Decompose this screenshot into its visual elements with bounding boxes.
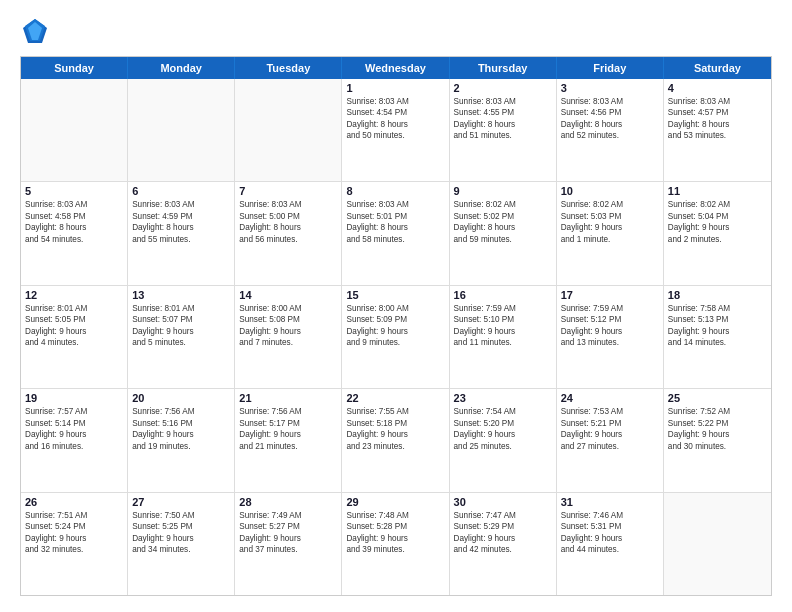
day-number: 6	[132, 185, 230, 197]
day-number: 24	[561, 392, 659, 404]
calendar-cell: 8Sunrise: 8:03 AM Sunset: 5:01 PM Daylig…	[342, 182, 449, 284]
day-number: 13	[132, 289, 230, 301]
day-info: Sunrise: 7:49 AM Sunset: 5:27 PM Dayligh…	[239, 510, 337, 556]
calendar-header-row: SundayMondayTuesdayWednesdayThursdayFrid…	[21, 57, 771, 79]
calendar-cell: 29Sunrise: 7:48 AM Sunset: 5:28 PM Dayli…	[342, 493, 449, 595]
calendar-cell: 22Sunrise: 7:55 AM Sunset: 5:18 PM Dayli…	[342, 389, 449, 491]
day-info: Sunrise: 8:00 AM Sunset: 5:09 PM Dayligh…	[346, 303, 444, 349]
day-info: Sunrise: 7:57 AM Sunset: 5:14 PM Dayligh…	[25, 406, 123, 452]
calendar-cell	[235, 79, 342, 181]
day-info: Sunrise: 7:59 AM Sunset: 5:10 PM Dayligh…	[454, 303, 552, 349]
day-number: 5	[25, 185, 123, 197]
calendar-week-1: 1Sunrise: 8:03 AM Sunset: 4:54 PM Daylig…	[21, 79, 771, 182]
day-info: Sunrise: 7:55 AM Sunset: 5:18 PM Dayligh…	[346, 406, 444, 452]
calendar-cell: 3Sunrise: 8:03 AM Sunset: 4:56 PM Daylig…	[557, 79, 664, 181]
day-number: 15	[346, 289, 444, 301]
day-number: 17	[561, 289, 659, 301]
day-number: 23	[454, 392, 552, 404]
day-number: 12	[25, 289, 123, 301]
day-number: 10	[561, 185, 659, 197]
day-info: Sunrise: 7:59 AM Sunset: 5:12 PM Dayligh…	[561, 303, 659, 349]
day-number: 11	[668, 185, 767, 197]
calendar-body: 1Sunrise: 8:03 AM Sunset: 4:54 PM Daylig…	[21, 79, 771, 595]
calendar-cell: 24Sunrise: 7:53 AM Sunset: 5:21 PM Dayli…	[557, 389, 664, 491]
calendar-cell: 11Sunrise: 8:02 AM Sunset: 5:04 PM Dayli…	[664, 182, 771, 284]
calendar-cell: 2Sunrise: 8:03 AM Sunset: 4:55 PM Daylig…	[450, 79, 557, 181]
calendar-header-sunday: Sunday	[21, 57, 128, 79]
day-number: 18	[668, 289, 767, 301]
calendar-cell: 23Sunrise: 7:54 AM Sunset: 5:20 PM Dayli…	[450, 389, 557, 491]
day-info: Sunrise: 8:03 AM Sunset: 4:59 PM Dayligh…	[132, 199, 230, 245]
day-info: Sunrise: 7:50 AM Sunset: 5:25 PM Dayligh…	[132, 510, 230, 556]
day-number: 25	[668, 392, 767, 404]
calendar-cell: 1Sunrise: 8:03 AM Sunset: 4:54 PM Daylig…	[342, 79, 449, 181]
calendar-cell: 7Sunrise: 8:03 AM Sunset: 5:00 PM Daylig…	[235, 182, 342, 284]
calendar-week-5: 26Sunrise: 7:51 AM Sunset: 5:24 PM Dayli…	[21, 493, 771, 595]
day-number: 2	[454, 82, 552, 94]
calendar-cell: 16Sunrise: 7:59 AM Sunset: 5:10 PM Dayli…	[450, 286, 557, 388]
calendar-cell: 4Sunrise: 8:03 AM Sunset: 4:57 PM Daylig…	[664, 79, 771, 181]
day-number: 3	[561, 82, 659, 94]
calendar-cell: 19Sunrise: 7:57 AM Sunset: 5:14 PM Dayli…	[21, 389, 128, 491]
calendar-cell: 31Sunrise: 7:46 AM Sunset: 5:31 PM Dayli…	[557, 493, 664, 595]
calendar-week-4: 19Sunrise: 7:57 AM Sunset: 5:14 PM Dayli…	[21, 389, 771, 492]
day-number: 14	[239, 289, 337, 301]
day-info: Sunrise: 7:51 AM Sunset: 5:24 PM Dayligh…	[25, 510, 123, 556]
header	[20, 16, 772, 46]
day-number: 30	[454, 496, 552, 508]
calendar-cell: 20Sunrise: 7:56 AM Sunset: 5:16 PM Dayli…	[128, 389, 235, 491]
day-info: Sunrise: 7:47 AM Sunset: 5:29 PM Dayligh…	[454, 510, 552, 556]
calendar-cell: 13Sunrise: 8:01 AM Sunset: 5:07 PM Dayli…	[128, 286, 235, 388]
calendar-cell: 17Sunrise: 7:59 AM Sunset: 5:12 PM Dayli…	[557, 286, 664, 388]
day-info: Sunrise: 7:56 AM Sunset: 5:17 PM Dayligh…	[239, 406, 337, 452]
calendar-cell: 15Sunrise: 8:00 AM Sunset: 5:09 PM Dayli…	[342, 286, 449, 388]
calendar-cell: 9Sunrise: 8:02 AM Sunset: 5:02 PM Daylig…	[450, 182, 557, 284]
day-number: 21	[239, 392, 337, 404]
calendar-header-thursday: Thursday	[450, 57, 557, 79]
calendar-header-wednesday: Wednesday	[342, 57, 449, 79]
day-number: 9	[454, 185, 552, 197]
day-info: Sunrise: 7:58 AM Sunset: 5:13 PM Dayligh…	[668, 303, 767, 349]
day-number: 27	[132, 496, 230, 508]
calendar-cell	[128, 79, 235, 181]
calendar-cell: 26Sunrise: 7:51 AM Sunset: 5:24 PM Dayli…	[21, 493, 128, 595]
calendar-cell: 18Sunrise: 7:58 AM Sunset: 5:13 PM Dayli…	[664, 286, 771, 388]
day-info: Sunrise: 8:03 AM Sunset: 4:58 PM Dayligh…	[25, 199, 123, 245]
day-info: Sunrise: 7:46 AM Sunset: 5:31 PM Dayligh…	[561, 510, 659, 556]
calendar-cell: 28Sunrise: 7:49 AM Sunset: 5:27 PM Dayli…	[235, 493, 342, 595]
calendar-week-3: 12Sunrise: 8:01 AM Sunset: 5:05 PM Dayli…	[21, 286, 771, 389]
day-info: Sunrise: 8:02 AM Sunset: 5:02 PM Dayligh…	[454, 199, 552, 245]
calendar-cell: 27Sunrise: 7:50 AM Sunset: 5:25 PM Dayli…	[128, 493, 235, 595]
calendar-cell	[664, 493, 771, 595]
day-info: Sunrise: 8:01 AM Sunset: 5:05 PM Dayligh…	[25, 303, 123, 349]
day-number: 28	[239, 496, 337, 508]
day-info: Sunrise: 7:56 AM Sunset: 5:16 PM Dayligh…	[132, 406, 230, 452]
day-info: Sunrise: 7:53 AM Sunset: 5:21 PM Dayligh…	[561, 406, 659, 452]
day-info: Sunrise: 7:48 AM Sunset: 5:28 PM Dayligh…	[346, 510, 444, 556]
calendar-week-2: 5Sunrise: 8:03 AM Sunset: 4:58 PM Daylig…	[21, 182, 771, 285]
day-number: 26	[25, 496, 123, 508]
calendar-header-saturday: Saturday	[664, 57, 771, 79]
day-info: Sunrise: 8:03 AM Sunset: 5:00 PM Dayligh…	[239, 199, 337, 245]
day-info: Sunrise: 8:03 AM Sunset: 4:56 PM Dayligh…	[561, 96, 659, 142]
calendar-cell: 25Sunrise: 7:52 AM Sunset: 5:22 PM Dayli…	[664, 389, 771, 491]
day-number: 29	[346, 496, 444, 508]
day-info: Sunrise: 8:03 AM Sunset: 4:57 PM Dayligh…	[668, 96, 767, 142]
calendar-header-tuesday: Tuesday	[235, 57, 342, 79]
calendar-cell: 5Sunrise: 8:03 AM Sunset: 4:58 PM Daylig…	[21, 182, 128, 284]
calendar-cell: 10Sunrise: 8:02 AM Sunset: 5:03 PM Dayli…	[557, 182, 664, 284]
day-info: Sunrise: 8:02 AM Sunset: 5:03 PM Dayligh…	[561, 199, 659, 245]
page: SundayMondayTuesdayWednesdayThursdayFrid…	[0, 0, 792, 612]
calendar: SundayMondayTuesdayWednesdayThursdayFrid…	[20, 56, 772, 596]
logo	[20, 16, 54, 46]
day-info: Sunrise: 8:01 AM Sunset: 5:07 PM Dayligh…	[132, 303, 230, 349]
day-info: Sunrise: 8:03 AM Sunset: 5:01 PM Dayligh…	[346, 199, 444, 245]
day-number: 16	[454, 289, 552, 301]
day-number: 31	[561, 496, 659, 508]
calendar-cell	[21, 79, 128, 181]
day-number: 20	[132, 392, 230, 404]
calendar-header-monday: Monday	[128, 57, 235, 79]
day-info: Sunrise: 8:03 AM Sunset: 4:55 PM Dayligh…	[454, 96, 552, 142]
calendar-cell: 30Sunrise: 7:47 AM Sunset: 5:29 PM Dayli…	[450, 493, 557, 595]
day-number: 1	[346, 82, 444, 94]
